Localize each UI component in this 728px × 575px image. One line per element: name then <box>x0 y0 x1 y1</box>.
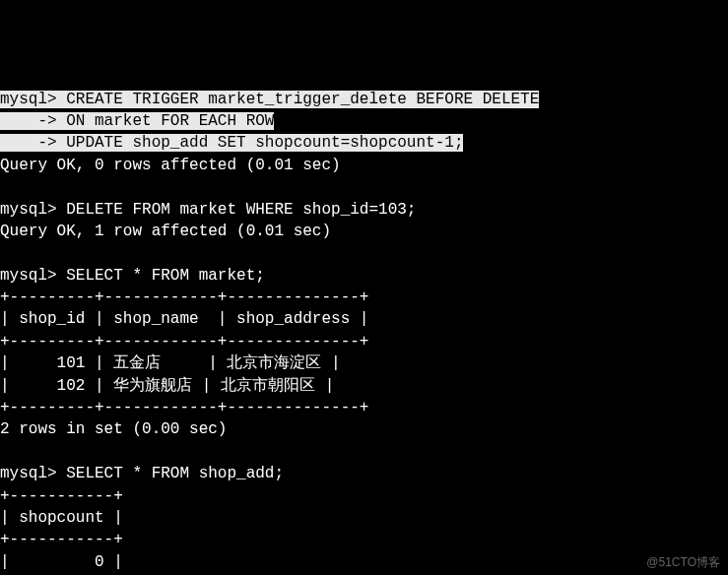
query-result: Query OK, 1 row affected (0.01 sec) <box>0 223 331 240</box>
table-border: +-----------+ <box>0 487 123 505</box>
query-result: Query OK, 0 rows affected (0.01 sec) <box>0 157 341 174</box>
terminal-output[interactable]: mysql> CREATE TRIGGER market_trigger_del… <box>0 89 728 575</box>
sql-create-trigger-line3: UPDATE shop_add SET shopcount=shopcount-… <box>57 134 464 152</box>
table-row: | 0 | <box>0 553 123 571</box>
table-header: | shop_id | shop_name | shop_address | <box>0 310 368 328</box>
prompt: mysql> <box>0 91 57 108</box>
sql-delete: DELETE FROM market WHERE shop_id=103; <box>57 201 417 219</box>
sql-select-shop-add: SELECT * FROM shop_add; <box>57 465 284 482</box>
table-header: | shopcount | <box>0 509 123 527</box>
table-border: +---------+------------+--------------+ <box>0 288 368 306</box>
table-border: +---------+------------+--------------+ <box>0 333 368 351</box>
table-border: +---------+------------+--------------+ <box>0 399 368 416</box>
cont-prompt: -> <box>0 134 57 152</box>
sql-create-trigger-line1: CREATE TRIGGER market_trigger_delete BEF… <box>57 91 540 108</box>
watermark: @51CTO博客 <box>646 554 720 571</box>
sql-select-market: SELECT * FROM market; <box>57 267 265 285</box>
query-result: 2 rows in set (0.00 sec) <box>0 420 227 438</box>
prompt: mysql> <box>0 267 57 285</box>
table-row: | 101 | 五金店 | 北京市海淀区 | <box>0 354 341 372</box>
table-border: +-----------+ <box>0 531 123 548</box>
cont-prompt: -> <box>0 112 57 130</box>
sql-create-trigger-line2: ON market FOR EACH ROW <box>57 112 275 130</box>
prompt: mysql> <box>0 465 57 482</box>
prompt: mysql> <box>0 201 57 219</box>
table-row: | 102 | 华为旗舰店 | 北京市朝阳区 | <box>0 377 334 395</box>
